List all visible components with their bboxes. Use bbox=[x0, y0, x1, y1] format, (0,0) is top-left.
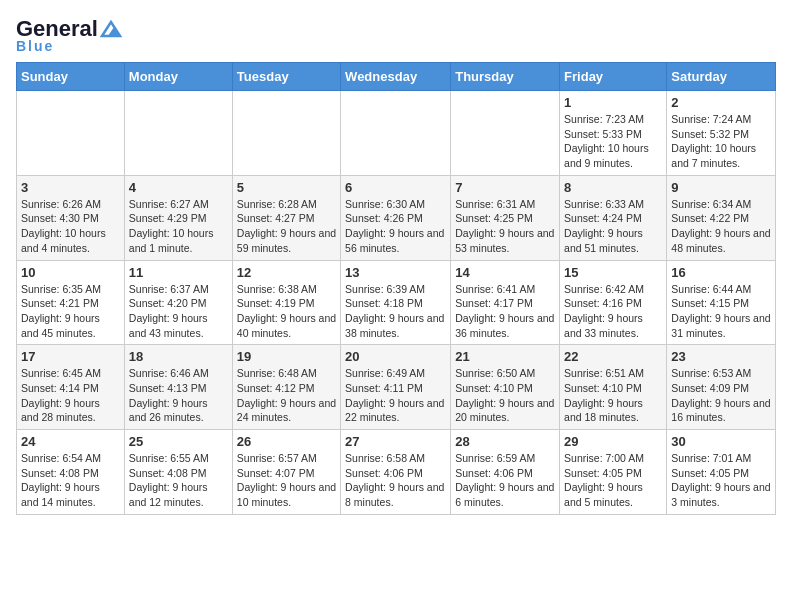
day-number: 16 bbox=[671, 265, 771, 280]
daylight-label: Daylight: 10 hours and 1 minute. bbox=[129, 227, 214, 254]
sunrise-label: Sunrise: 6:38 AM bbox=[237, 283, 317, 295]
calendar-week-row: 17 Sunrise: 6:45 AM Sunset: 4:14 PM Dayl… bbox=[17, 345, 776, 430]
day-info: Sunrise: 6:58 AM Sunset: 4:06 PM Dayligh… bbox=[345, 451, 446, 510]
day-number: 1 bbox=[564, 95, 662, 110]
sunset-label: Sunset: 4:24 PM bbox=[564, 212, 642, 224]
sunrise-label: Sunrise: 6:54 AM bbox=[21, 452, 101, 464]
daylight-label: Daylight: 9 hours and 40 minutes. bbox=[237, 312, 336, 339]
day-info: Sunrise: 6:28 AM Sunset: 4:27 PM Dayligh… bbox=[237, 197, 336, 256]
sunset-label: Sunset: 5:32 PM bbox=[671, 128, 749, 140]
sunrise-label: Sunrise: 6:46 AM bbox=[129, 367, 209, 379]
day-info: Sunrise: 6:26 AM Sunset: 4:30 PM Dayligh… bbox=[21, 197, 120, 256]
day-number: 7 bbox=[455, 180, 555, 195]
calendar-week-row: 1 Sunrise: 7:23 AM Sunset: 5:33 PM Dayli… bbox=[17, 91, 776, 176]
daylight-label: Daylight: 9 hours and 59 minutes. bbox=[237, 227, 336, 254]
calendar-cell: 7 Sunrise: 6:31 AM Sunset: 4:25 PM Dayli… bbox=[451, 175, 560, 260]
day-info: Sunrise: 6:50 AM Sunset: 4:10 PM Dayligh… bbox=[455, 366, 555, 425]
day-number: 9 bbox=[671, 180, 771, 195]
weekday-header: Wednesday bbox=[341, 63, 451, 91]
calendar-cell: 26 Sunrise: 6:57 AM Sunset: 4:07 PM Dayl… bbox=[232, 430, 340, 515]
weekday-header: Tuesday bbox=[232, 63, 340, 91]
weekday-header: Sunday bbox=[17, 63, 125, 91]
sunset-label: Sunset: 4:12 PM bbox=[237, 382, 315, 394]
calendar-cell bbox=[232, 91, 340, 176]
sunset-label: Sunset: 4:07 PM bbox=[237, 467, 315, 479]
day-info: Sunrise: 6:34 AM Sunset: 4:22 PM Dayligh… bbox=[671, 197, 771, 256]
sunset-label: Sunset: 4:29 PM bbox=[129, 212, 207, 224]
day-info: Sunrise: 7:23 AM Sunset: 5:33 PM Dayligh… bbox=[564, 112, 662, 171]
sunrise-label: Sunrise: 6:57 AM bbox=[237, 452, 317, 464]
day-info: Sunrise: 6:27 AM Sunset: 4:29 PM Dayligh… bbox=[129, 197, 228, 256]
day-number: 10 bbox=[21, 265, 120, 280]
sunrise-label: Sunrise: 7:01 AM bbox=[671, 452, 751, 464]
daylight-label: Daylight: 9 hours and 12 minutes. bbox=[129, 481, 208, 508]
calendar-cell: 8 Sunrise: 6:33 AM Sunset: 4:24 PM Dayli… bbox=[560, 175, 667, 260]
day-number: 30 bbox=[671, 434, 771, 449]
daylight-label: Daylight: 9 hours and 20 minutes. bbox=[455, 397, 554, 424]
sunrise-label: Sunrise: 6:59 AM bbox=[455, 452, 535, 464]
daylight-label: Daylight: 9 hours and 45 minutes. bbox=[21, 312, 100, 339]
day-number: 25 bbox=[129, 434, 228, 449]
day-number: 18 bbox=[129, 349, 228, 364]
logo-icon bbox=[100, 20, 122, 38]
daylight-label: Daylight: 9 hours and 24 minutes. bbox=[237, 397, 336, 424]
day-info: Sunrise: 6:33 AM Sunset: 4:24 PM Dayligh… bbox=[564, 197, 662, 256]
sunrise-label: Sunrise: 6:33 AM bbox=[564, 198, 644, 210]
sunrise-label: Sunrise: 6:28 AM bbox=[237, 198, 317, 210]
daylight-label: Daylight: 10 hours and 4 minutes. bbox=[21, 227, 106, 254]
day-number: 2 bbox=[671, 95, 771, 110]
daylight-label: Daylight: 9 hours and 8 minutes. bbox=[345, 481, 444, 508]
sunset-label: Sunset: 4:05 PM bbox=[564, 467, 642, 479]
daylight-label: Daylight: 9 hours and 16 minutes. bbox=[671, 397, 770, 424]
calendar-cell bbox=[17, 91, 125, 176]
sunset-label: Sunset: 4:26 PM bbox=[345, 212, 423, 224]
sunset-label: Sunset: 4:19 PM bbox=[237, 297, 315, 309]
day-info: Sunrise: 6:38 AM Sunset: 4:19 PM Dayligh… bbox=[237, 282, 336, 341]
calendar-cell: 24 Sunrise: 6:54 AM Sunset: 4:08 PM Dayl… bbox=[17, 430, 125, 515]
daylight-label: Daylight: 9 hours and 5 minutes. bbox=[564, 481, 643, 508]
sunrise-label: Sunrise: 6:44 AM bbox=[671, 283, 751, 295]
day-number: 23 bbox=[671, 349, 771, 364]
sunset-label: Sunset: 4:06 PM bbox=[345, 467, 423, 479]
daylight-label: Daylight: 9 hours and 43 minutes. bbox=[129, 312, 208, 339]
calendar-cell: 14 Sunrise: 6:41 AM Sunset: 4:17 PM Dayl… bbox=[451, 260, 560, 345]
sunset-label: Sunset: 4:14 PM bbox=[21, 382, 99, 394]
sunrise-label: Sunrise: 6:26 AM bbox=[21, 198, 101, 210]
day-number: 27 bbox=[345, 434, 446, 449]
sunset-label: Sunset: 5:33 PM bbox=[564, 128, 642, 140]
daylight-label: Daylight: 9 hours and 10 minutes. bbox=[237, 481, 336, 508]
sunset-label: Sunset: 4:30 PM bbox=[21, 212, 99, 224]
sunrise-label: Sunrise: 6:35 AM bbox=[21, 283, 101, 295]
day-info: Sunrise: 6:42 AM Sunset: 4:16 PM Dayligh… bbox=[564, 282, 662, 341]
sunset-label: Sunset: 4:10 PM bbox=[564, 382, 642, 394]
daylight-label: Daylight: 9 hours and 51 minutes. bbox=[564, 227, 643, 254]
sunrise-label: Sunrise: 6:41 AM bbox=[455, 283, 535, 295]
sunset-label: Sunset: 4:18 PM bbox=[345, 297, 423, 309]
day-number: 29 bbox=[564, 434, 662, 449]
day-number: 5 bbox=[237, 180, 336, 195]
sunrise-label: Sunrise: 6:53 AM bbox=[671, 367, 751, 379]
sunrise-label: Sunrise: 7:23 AM bbox=[564, 113, 644, 125]
daylight-label: Daylight: 9 hours and 53 minutes. bbox=[455, 227, 554, 254]
day-info: Sunrise: 6:30 AM Sunset: 4:26 PM Dayligh… bbox=[345, 197, 446, 256]
day-info: Sunrise: 6:57 AM Sunset: 4:07 PM Dayligh… bbox=[237, 451, 336, 510]
calendar-cell: 3 Sunrise: 6:26 AM Sunset: 4:30 PM Dayli… bbox=[17, 175, 125, 260]
calendar-week-row: 10 Sunrise: 6:35 AM Sunset: 4:21 PM Dayl… bbox=[17, 260, 776, 345]
calendar-cell: 2 Sunrise: 7:24 AM Sunset: 5:32 PM Dayli… bbox=[667, 91, 776, 176]
day-number: 24 bbox=[21, 434, 120, 449]
daylight-label: Daylight: 9 hours and 26 minutes. bbox=[129, 397, 208, 424]
calendar: SundayMondayTuesdayWednesdayThursdayFrid… bbox=[16, 62, 776, 515]
calendar-cell: 20 Sunrise: 6:49 AM Sunset: 4:11 PM Dayl… bbox=[341, 345, 451, 430]
daylight-label: Daylight: 10 hours and 9 minutes. bbox=[564, 142, 649, 169]
calendar-cell: 18 Sunrise: 6:46 AM Sunset: 4:13 PM Dayl… bbox=[124, 345, 232, 430]
daylight-label: Daylight: 9 hours and 33 minutes. bbox=[564, 312, 643, 339]
daylight-label: Daylight: 9 hours and 18 minutes. bbox=[564, 397, 643, 424]
sunrise-label: Sunrise: 6:45 AM bbox=[21, 367, 101, 379]
sunset-label: Sunset: 4:10 PM bbox=[455, 382, 533, 394]
sunset-label: Sunset: 4:06 PM bbox=[455, 467, 533, 479]
day-number: 4 bbox=[129, 180, 228, 195]
daylight-label: Daylight: 9 hours and 38 minutes. bbox=[345, 312, 444, 339]
sunrise-label: Sunrise: 6:37 AM bbox=[129, 283, 209, 295]
weekday-header: Friday bbox=[560, 63, 667, 91]
calendar-cell: 9 Sunrise: 6:34 AM Sunset: 4:22 PM Dayli… bbox=[667, 175, 776, 260]
